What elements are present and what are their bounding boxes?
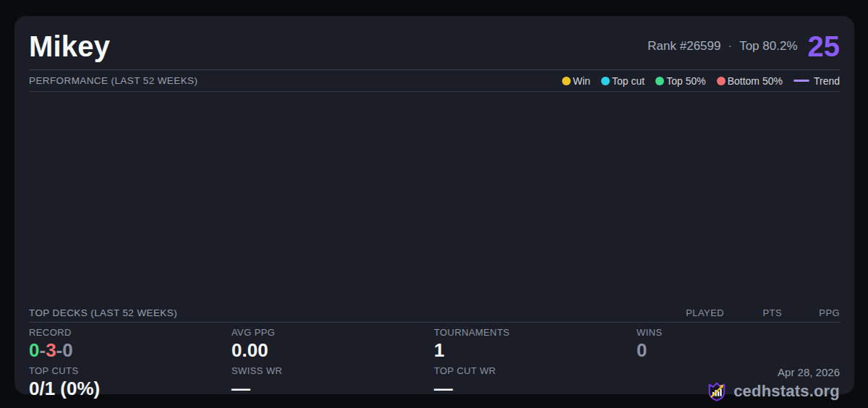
trend-line-icon [793, 80, 809, 82]
stat-record: RECORD 0-3-0 [29, 327, 231, 365]
top-cut-dot-icon [601, 77, 610, 85]
stat-swiss-wr: SWISS WR — [231, 365, 434, 407]
stat-top-cuts: TOP CUTS 0/1 (0%) [29, 365, 231, 407]
top-50-dot-icon [655, 77, 664, 85]
column-header-ppg: PPG [782, 307, 840, 318]
player-stats-card: Mikey Rank #26599 · Top 80.2% 25 PERFORM… [14, 16, 854, 394]
card-footer: Apr 28, 2026 cedhstats.org [637, 365, 840, 407]
wins-value: 0 [637, 340, 840, 361]
legend-label: Bottom 50% [728, 75, 783, 87]
swiss-wr-value: — [231, 378, 434, 399]
legend-item-win: Win [562, 75, 590, 87]
legend-label: Trend [814, 75, 840, 87]
performance-chart-area [29, 92, 840, 303]
stats-grid: RECORD 0-3-0 AVG PPG 0.00 TOURNAMENTS 1 … [29, 323, 840, 407]
brand-name: cedhstats.org [733, 382, 840, 401]
tournaments-value: 1 [434, 340, 637, 361]
legend-label: Win [573, 75, 590, 87]
stat-top-cut-wr: TOP CUT WR — [434, 365, 637, 407]
points-total: 25 [808, 32, 841, 61]
header-right: Rank #26599 · Top 80.2% 25 [647, 32, 840, 61]
performance-section-label: PERFORMANCE (LAST 52 WEEKS) [29, 75, 197, 86]
cedhstats-logo-icon [706, 381, 728, 402]
avg-ppg-value: 0.00 [231, 340, 434, 361]
stat-avg-ppg: AVG PPG 0.00 [231, 327, 434, 365]
top-decks-column-headers: PLAYED PTS PPG [666, 307, 840, 318]
top-decks-section-header: TOP DECKS (LAST 52 WEEKS) PLAYED PTS PPG [29, 303, 840, 323]
page-title: Mikey [29, 30, 110, 63]
column-header-played: PLAYED [666, 307, 724, 318]
record-value: 0-3-0 [29, 340, 231, 361]
column-header-pts: PTS [724, 307, 782, 318]
stat-wins: WINS 0 [637, 327, 840, 365]
brand-lockup: cedhstats.org [706, 381, 840, 402]
top-cuts-value: 0/1 (0%) [29, 378, 231, 399]
top-decks-section-label: TOP DECKS (LAST 52 WEEKS) [29, 307, 177, 318]
rank-value: Rank #26599 [647, 39, 720, 54]
legend-item-bottom-50: Bottom 50% [717, 75, 783, 87]
stat-tournaments: TOURNAMENTS 1 [434, 327, 637, 365]
record-wins: 0 [29, 339, 39, 361]
snapshot-date: Apr 28, 2026 [778, 366, 840, 378]
record-losses: 3 [46, 339, 56, 361]
top-percent-value: Top 80.2% [739, 39, 797, 54]
card-header: Mikey Rank #26599 · Top 80.2% 25 [29, 16, 840, 70]
legend-label: Top 50% [666, 75, 705, 87]
record-draws: 0 [62, 339, 72, 361]
chart-legend: Win Top cut Top 50% Bottom 50% Trend [562, 75, 840, 87]
legend-item-top-50: Top 50% [655, 75, 705, 87]
legend-item-top-cut: Top cut [601, 75, 644, 87]
rank-separator: · [728, 39, 732, 54]
win-dot-icon [562, 77, 571, 85]
legend-item-trend: Trend [793, 75, 840, 87]
rank-line: Rank #26599 · Top 80.2% [647, 39, 797, 54]
top-cut-wr-value: — [434, 378, 637, 399]
legend-label: Top cut [612, 75, 644, 87]
bottom-50-dot-icon [717, 77, 726, 85]
performance-section-header: PERFORMANCE (LAST 52 WEEKS) Win Top cut … [29, 70, 840, 92]
